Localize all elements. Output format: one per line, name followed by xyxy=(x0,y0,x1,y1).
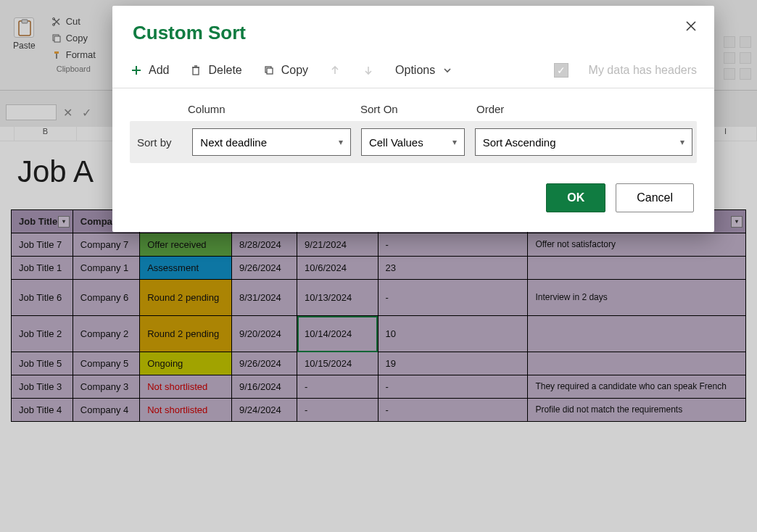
arrow-up-icon xyxy=(328,64,342,77)
options-button[interactable]: Options xyxy=(395,64,454,77)
options-label: Options xyxy=(395,64,435,77)
order-select[interactable]: Sort Ascending ▾ xyxy=(475,128,692,156)
move-up-button[interactable] xyxy=(328,64,342,77)
close-button[interactable] xyxy=(679,14,703,38)
delete-label: Delete xyxy=(208,64,241,77)
dialog-title: Custom Sort xyxy=(112,6,714,54)
copy-level-button[interactable]: Copy xyxy=(262,64,308,77)
headers-label: My data has headers xyxy=(589,64,697,77)
custom-sort-dialog: Custom Sort Add Delete Copy Options ✓ My… xyxy=(112,6,714,232)
copy-icon xyxy=(262,64,276,77)
move-down-button[interactable] xyxy=(362,64,375,77)
cancel-button[interactable]: Cancel xyxy=(616,183,694,212)
add-label: Add xyxy=(149,64,169,77)
column-select-value: Next deadline xyxy=(200,136,267,149)
delete-level-button[interactable]: Delete xyxy=(189,64,241,77)
trash-icon xyxy=(189,64,202,77)
chevron-down-icon: ▾ xyxy=(680,137,684,147)
add-level-button[interactable]: Add xyxy=(130,64,169,77)
close-icon xyxy=(686,21,696,31)
plus-icon xyxy=(130,64,143,77)
copy-label: Copy xyxy=(281,64,308,77)
sorton-heading: Sort On xyxy=(360,103,466,115)
column-heading: Column xyxy=(188,103,350,115)
ok-button[interactable]: OK xyxy=(546,183,605,212)
order-heading: Order xyxy=(476,103,694,115)
order-select-value: Sort Ascending xyxy=(483,136,556,149)
column-select[interactable]: Next deadline ▾ xyxy=(192,128,351,156)
sort-level-row: Sort by Next deadline ▾ Cell Values ▾ So… xyxy=(130,121,697,163)
chevron-down-icon xyxy=(441,64,454,77)
svg-rect-10 xyxy=(267,68,273,74)
chevron-down-icon: ▾ xyxy=(452,137,457,147)
sorton-select[interactable]: Cell Values ▾ xyxy=(361,128,465,156)
sortby-label: Sort by xyxy=(137,136,182,149)
headers-checkbox[interactable]: ✓ xyxy=(554,63,568,78)
sorton-select-value: Cell Values xyxy=(369,136,423,149)
svg-rect-8 xyxy=(193,67,199,75)
arrow-down-icon xyxy=(362,64,375,77)
chevron-down-icon: ▾ xyxy=(339,137,343,147)
